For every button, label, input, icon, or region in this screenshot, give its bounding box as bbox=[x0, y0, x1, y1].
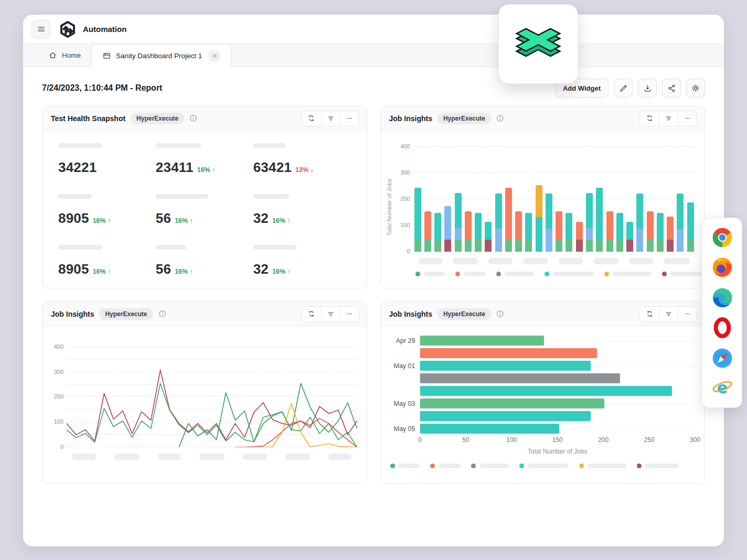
hbar-track bbox=[420, 424, 696, 434]
stat-cell: 890516% ↑ bbox=[58, 194, 156, 239]
settings-button[interactable] bbox=[686, 79, 705, 98]
bar-segment bbox=[495, 193, 502, 229]
chart-legend bbox=[415, 272, 696, 276]
legend-skeleton bbox=[399, 464, 420, 468]
filter-button[interactable] bbox=[659, 307, 678, 321]
stat-delta: 16% ↑ bbox=[272, 268, 291, 275]
stacked-bar bbox=[586, 193, 593, 252]
hbar-row bbox=[389, 373, 696, 383]
legend-item[interactable] bbox=[496, 272, 534, 276]
app-header: Automation bbox=[23, 15, 724, 44]
legend-item[interactable] bbox=[637, 464, 679, 468]
hbar-row: Apr 29 bbox=[389, 336, 696, 346]
legend-item[interactable] bbox=[430, 464, 461, 468]
edge-icon[interactable] bbox=[711, 286, 734, 309]
x-skeleton-pill bbox=[114, 454, 140, 460]
legend-skeleton bbox=[670, 272, 704, 276]
stat-skeleton bbox=[58, 194, 92, 199]
ellipsis-icon bbox=[346, 114, 354, 122]
legend-item[interactable] bbox=[604, 272, 652, 276]
filter-button[interactable] bbox=[321, 111, 340, 126]
widget-title: Job Insights bbox=[389, 114, 432, 123]
hbar-bar bbox=[420, 399, 604, 408]
tab-sanity-dashboard[interactable]: Sanity Dashboard Project 1 bbox=[91, 44, 231, 67]
widget-title: Test Health Snapshot bbox=[51, 114, 125, 123]
y-tick-label: 200 bbox=[394, 196, 410, 202]
legend-item[interactable] bbox=[545, 272, 594, 276]
stat-value: 32 bbox=[253, 261, 269, 277]
x-skeleton-pill bbox=[453, 258, 478, 264]
more-options-button[interactable] bbox=[678, 307, 697, 321]
line-series-green-a bbox=[67, 383, 357, 447]
stacked-bar bbox=[424, 211, 431, 252]
legend-item[interactable] bbox=[662, 272, 704, 276]
bar-segment bbox=[455, 228, 462, 240]
legend-item[interactable] bbox=[415, 272, 445, 276]
bar-segment bbox=[586, 240, 593, 252]
refresh-button[interactable] bbox=[302, 111, 321, 126]
widget-grid: Test Health Snapshot HyperExecute 342212… bbox=[42, 106, 705, 484]
legend-item[interactable] bbox=[519, 464, 569, 468]
bar-segment bbox=[565, 240, 572, 252]
more-options-button[interactable] bbox=[340, 307, 359, 321]
legend-item[interactable] bbox=[455, 272, 486, 276]
stat-delta: 16% ↑ bbox=[272, 217, 291, 224]
stat-delta: 12% ↓ bbox=[295, 166, 314, 174]
refresh-button[interactable] bbox=[640, 307, 659, 321]
filter-button[interactable] bbox=[659, 111, 678, 126]
hbar-track bbox=[420, 386, 696, 396]
share-button[interactable] bbox=[662, 79, 681, 98]
bar-segment bbox=[556, 240, 562, 252]
bar-segment bbox=[485, 222, 492, 240]
stacked-bar bbox=[434, 213, 441, 252]
legend-item[interactable] bbox=[579, 464, 626, 468]
tab-home[interactable]: Home bbox=[38, 44, 91, 67]
x-skeleton-pill bbox=[629, 258, 653, 264]
stacked-bar bbox=[495, 193, 502, 252]
download-button[interactable] bbox=[638, 79, 657, 98]
stat-cell: 5616% ↑ bbox=[156, 245, 253, 288]
tab-close-button[interactable] bbox=[209, 50, 220, 62]
chrome-icon[interactable] bbox=[711, 226, 734, 249]
bars-group bbox=[414, 139, 695, 252]
legend-item[interactable] bbox=[471, 464, 509, 468]
info-icon[interactable] bbox=[496, 114, 505, 123]
info-icon[interactable] bbox=[496, 309, 505, 318]
ellipsis-icon bbox=[684, 310, 691, 318]
info-icon[interactable] bbox=[189, 114, 198, 123]
close-icon bbox=[212, 53, 218, 59]
stacked-bar bbox=[626, 222, 633, 252]
opera-icon[interactable] bbox=[711, 316, 734, 339]
stat-delta: 16% ↑ bbox=[93, 217, 111, 224]
x-axis-title: Total Number of Jobs bbox=[420, 446, 696, 458]
safari-icon[interactable] bbox=[711, 347, 734, 370]
refresh-button[interactable] bbox=[302, 307, 321, 321]
bar-segment bbox=[455, 193, 462, 228]
firefox-icon[interactable] bbox=[711, 256, 734, 279]
filter-button[interactable] bbox=[321, 307, 340, 321]
hyperexecute-x-logo-icon bbox=[511, 23, 565, 66]
edit-button[interactable] bbox=[614, 79, 633, 98]
info-icon[interactable] bbox=[158, 309, 167, 318]
lambdatest-logo-icon[interactable] bbox=[59, 20, 77, 38]
legend-dot bbox=[604, 272, 609, 276]
widget-header: Job Insights HyperExecute bbox=[381, 302, 705, 326]
more-options-button[interactable] bbox=[678, 111, 697, 126]
bar-segment bbox=[536, 185, 542, 217]
widget-job-insights-horizontal-bar: Job Insights HyperExecute Apr bbox=[380, 301, 706, 484]
x-skeleton-pill bbox=[285, 454, 311, 460]
widget-test-health-snapshot: Test Health Snapshot HyperExecute 342212… bbox=[42, 106, 367, 288]
stat-skeleton bbox=[253, 245, 296, 250]
y-tick-label: 0 bbox=[394, 248, 410, 254]
stacked-bar bbox=[556, 211, 562, 252]
internet-explorer-icon[interactable]: e bbox=[711, 376, 734, 400]
hamburger-menu-button[interactable] bbox=[31, 20, 50, 39]
stat-skeleton bbox=[156, 143, 201, 148]
refresh-button[interactable] bbox=[640, 111, 659, 126]
x-skeleton-pill bbox=[328, 454, 351, 460]
x-skeleton-pill bbox=[419, 258, 443, 264]
legend-item[interactable] bbox=[390, 464, 420, 468]
stacked-bar bbox=[414, 188, 421, 252]
more-options-button[interactable] bbox=[340, 111, 359, 126]
hyperexecute-logo-card[interactable] bbox=[498, 4, 578, 84]
